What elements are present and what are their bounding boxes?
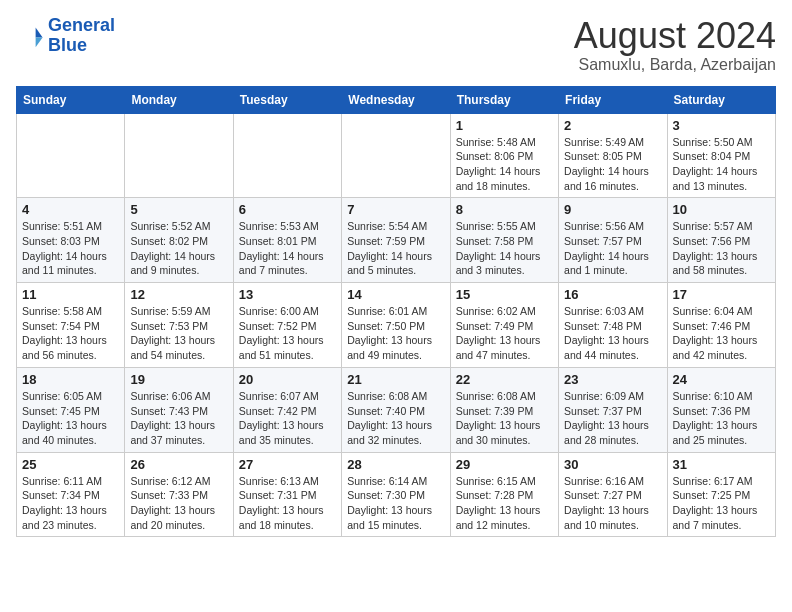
calendar-cell: 31Sunrise: 6:17 AM Sunset: 7:25 PM Dayli… <box>667 452 775 537</box>
day-info: Sunrise: 5:57 AM Sunset: 7:56 PM Dayligh… <box>673 219 770 278</box>
svg-marker-0 <box>36 27 43 37</box>
logo: General Blue <box>16 16 115 56</box>
day-info: Sunrise: 6:07 AM Sunset: 7:42 PM Dayligh… <box>239 389 336 448</box>
day-info: Sunrise: 6:03 AM Sunset: 7:48 PM Dayligh… <box>564 304 661 363</box>
day-number: 10 <box>673 202 770 217</box>
day-info: Sunrise: 5:50 AM Sunset: 8:04 PM Dayligh… <box>673 135 770 194</box>
calendar-cell <box>17 113 125 198</box>
weekday-header: Thursday <box>450 86 558 113</box>
calendar-week-row: 18Sunrise: 6:05 AM Sunset: 7:45 PM Dayli… <box>17 367 776 452</box>
day-number: 11 <box>22 287 119 302</box>
calendar-cell: 9Sunrise: 5:56 AM Sunset: 7:57 PM Daylig… <box>559 198 667 283</box>
day-number: 13 <box>239 287 336 302</box>
calendar-cell: 27Sunrise: 6:13 AM Sunset: 7:31 PM Dayli… <box>233 452 341 537</box>
calendar-cell: 19Sunrise: 6:06 AM Sunset: 7:43 PM Dayli… <box>125 367 233 452</box>
day-number: 6 <box>239 202 336 217</box>
day-info: Sunrise: 5:54 AM Sunset: 7:59 PM Dayligh… <box>347 219 444 278</box>
day-info: Sunrise: 5:56 AM Sunset: 7:57 PM Dayligh… <box>564 219 661 278</box>
calendar-cell: 17Sunrise: 6:04 AM Sunset: 7:46 PM Dayli… <box>667 283 775 368</box>
day-info: Sunrise: 6:10 AM Sunset: 7:36 PM Dayligh… <box>673 389 770 448</box>
calendar-cell: 13Sunrise: 6:00 AM Sunset: 7:52 PM Dayli… <box>233 283 341 368</box>
day-number: 28 <box>347 457 444 472</box>
calendar-cell: 24Sunrise: 6:10 AM Sunset: 7:36 PM Dayli… <box>667 367 775 452</box>
weekday-header: Tuesday <box>233 86 341 113</box>
calendar-header-row: SundayMondayTuesdayWednesdayThursdayFrid… <box>17 86 776 113</box>
calendar-cell: 5Sunrise: 5:52 AM Sunset: 8:02 PM Daylig… <box>125 198 233 283</box>
logo-icon <box>16 22 44 50</box>
calendar-week-row: 11Sunrise: 5:58 AM Sunset: 7:54 PM Dayli… <box>17 283 776 368</box>
calendar-cell: 3Sunrise: 5:50 AM Sunset: 8:04 PM Daylig… <box>667 113 775 198</box>
calendar-cell: 14Sunrise: 6:01 AM Sunset: 7:50 PM Dayli… <box>342 283 450 368</box>
day-number: 26 <box>130 457 227 472</box>
calendar-cell: 7Sunrise: 5:54 AM Sunset: 7:59 PM Daylig… <box>342 198 450 283</box>
calendar-cell: 16Sunrise: 6:03 AM Sunset: 7:48 PM Dayli… <box>559 283 667 368</box>
day-info: Sunrise: 6:16 AM Sunset: 7:27 PM Dayligh… <box>564 474 661 533</box>
calendar-cell: 22Sunrise: 6:08 AM Sunset: 7:39 PM Dayli… <box>450 367 558 452</box>
page-header: General Blue August 2024 Samuxlu, Barda,… <box>16 16 776 74</box>
day-info: Sunrise: 6:02 AM Sunset: 7:49 PM Dayligh… <box>456 304 553 363</box>
day-number: 14 <box>347 287 444 302</box>
calendar-cell: 10Sunrise: 5:57 AM Sunset: 7:56 PM Dayli… <box>667 198 775 283</box>
day-info: Sunrise: 6:00 AM Sunset: 7:52 PM Dayligh… <box>239 304 336 363</box>
weekday-header: Wednesday <box>342 86 450 113</box>
calendar-week-row: 25Sunrise: 6:11 AM Sunset: 7:34 PM Dayli… <box>17 452 776 537</box>
day-number: 18 <box>22 372 119 387</box>
weekday-header: Monday <box>125 86 233 113</box>
calendar-cell <box>125 113 233 198</box>
calendar-cell: 23Sunrise: 6:09 AM Sunset: 7:37 PM Dayli… <box>559 367 667 452</box>
day-info: Sunrise: 5:55 AM Sunset: 7:58 PM Dayligh… <box>456 219 553 278</box>
day-info: Sunrise: 6:05 AM Sunset: 7:45 PM Dayligh… <box>22 389 119 448</box>
calendar-cell: 2Sunrise: 5:49 AM Sunset: 8:05 PM Daylig… <box>559 113 667 198</box>
day-number: 15 <box>456 287 553 302</box>
calendar-cell: 1Sunrise: 5:48 AM Sunset: 8:06 PM Daylig… <box>450 113 558 198</box>
day-number: 3 <box>673 118 770 133</box>
weekday-header: Sunday <box>17 86 125 113</box>
day-info: Sunrise: 6:15 AM Sunset: 7:28 PM Dayligh… <box>456 474 553 533</box>
day-number: 8 <box>456 202 553 217</box>
calendar-cell: 25Sunrise: 6:11 AM Sunset: 7:34 PM Dayli… <box>17 452 125 537</box>
weekday-header: Friday <box>559 86 667 113</box>
day-number: 4 <box>22 202 119 217</box>
calendar-cell: 30Sunrise: 6:16 AM Sunset: 7:27 PM Dayli… <box>559 452 667 537</box>
calendar-table: SundayMondayTuesdayWednesdayThursdayFrid… <box>16 86 776 538</box>
day-number: 23 <box>564 372 661 387</box>
day-number: 12 <box>130 287 227 302</box>
calendar-cell: 20Sunrise: 6:07 AM Sunset: 7:42 PM Dayli… <box>233 367 341 452</box>
day-info: Sunrise: 6:08 AM Sunset: 7:40 PM Dayligh… <box>347 389 444 448</box>
day-info: Sunrise: 6:13 AM Sunset: 7:31 PM Dayligh… <box>239 474 336 533</box>
day-number: 1 <box>456 118 553 133</box>
day-number: 17 <box>673 287 770 302</box>
location: Samuxlu, Barda, Azerbaijan <box>574 56 776 74</box>
calendar-cell <box>233 113 341 198</box>
svg-marker-1 <box>36 37 43 47</box>
day-number: 31 <box>673 457 770 472</box>
month-title: August 2024 <box>574 16 776 56</box>
calendar-cell: 18Sunrise: 6:05 AM Sunset: 7:45 PM Dayli… <box>17 367 125 452</box>
calendar-week-row: 4Sunrise: 5:51 AM Sunset: 8:03 PM Daylig… <box>17 198 776 283</box>
day-info: Sunrise: 6:11 AM Sunset: 7:34 PM Dayligh… <box>22 474 119 533</box>
day-info: Sunrise: 6:06 AM Sunset: 7:43 PM Dayligh… <box>130 389 227 448</box>
day-info: Sunrise: 6:12 AM Sunset: 7:33 PM Dayligh… <box>130 474 227 533</box>
day-info: Sunrise: 5:58 AM Sunset: 7:54 PM Dayligh… <box>22 304 119 363</box>
day-info: Sunrise: 6:04 AM Sunset: 7:46 PM Dayligh… <box>673 304 770 363</box>
day-number: 30 <box>564 457 661 472</box>
calendar-cell: 21Sunrise: 6:08 AM Sunset: 7:40 PM Dayli… <box>342 367 450 452</box>
day-info: Sunrise: 5:59 AM Sunset: 7:53 PM Dayligh… <box>130 304 227 363</box>
calendar-cell: 26Sunrise: 6:12 AM Sunset: 7:33 PM Dayli… <box>125 452 233 537</box>
day-number: 5 <box>130 202 227 217</box>
calendar-cell: 11Sunrise: 5:58 AM Sunset: 7:54 PM Dayli… <box>17 283 125 368</box>
title-block: August 2024 Samuxlu, Barda, Azerbaijan <box>574 16 776 74</box>
day-number: 19 <box>130 372 227 387</box>
day-info: Sunrise: 5:51 AM Sunset: 8:03 PM Dayligh… <box>22 219 119 278</box>
weekday-header: Saturday <box>667 86 775 113</box>
day-info: Sunrise: 5:49 AM Sunset: 8:05 PM Dayligh… <box>564 135 661 194</box>
calendar-cell: 15Sunrise: 6:02 AM Sunset: 7:49 PM Dayli… <box>450 283 558 368</box>
day-number: 29 <box>456 457 553 472</box>
calendar-cell: 4Sunrise: 5:51 AM Sunset: 8:03 PM Daylig… <box>17 198 125 283</box>
day-info: Sunrise: 5:52 AM Sunset: 8:02 PM Dayligh… <box>130 219 227 278</box>
day-info: Sunrise: 6:09 AM Sunset: 7:37 PM Dayligh… <box>564 389 661 448</box>
logo-text: General Blue <box>48 16 115 56</box>
day-number: 22 <box>456 372 553 387</box>
day-info: Sunrise: 5:53 AM Sunset: 8:01 PM Dayligh… <box>239 219 336 278</box>
day-info: Sunrise: 6:08 AM Sunset: 7:39 PM Dayligh… <box>456 389 553 448</box>
